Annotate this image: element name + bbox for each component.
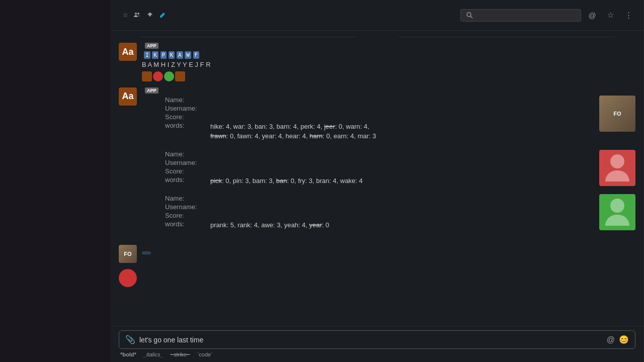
left-sidebar	[0, 0, 111, 362]
svg-line-3	[470, 16, 472, 18]
add-topic-link[interactable]	[159, 12, 168, 18]
message-3: FO	[119, 243, 635, 265]
message-1: Aa APP I K P K A W F	[119, 41, 635, 83]
format-bar: *bold* _italics_ ~strike~ `code`	[119, 349, 635, 358]
msg-text-1: I K P K A W F	[142, 50, 635, 60]
reply-avatar-2	[153, 71, 163, 81]
svg-point-1	[137, 13, 139, 15]
score-info-femi: Name: Username: Score: words: hike: 4, w…	[165, 96, 591, 142]
reply-avatar-4	[175, 71, 185, 81]
reply-avatar-3	[164, 71, 174, 81]
search-box[interactable]	[460, 9, 581, 22]
score-card-azemoh: Name: Username: Score: words: pick: 0, p…	[165, 150, 635, 187]
score-card-femi: Name: Username: Score: words: hike: 4, w…	[165, 96, 635, 142]
search-input[interactable]	[476, 12, 576, 19]
app-badge-2: APP	[145, 87, 158, 94]
msg-content-2: APP Name: Username: Score: wor	[142, 87, 635, 239]
avatar-femi: FO	[119, 245, 137, 263]
pinned-count	[147, 12, 154, 18]
channel-star-icon[interactable]: ☆	[123, 12, 128, 19]
at-icon[interactable]: @	[585, 8, 599, 22]
msg-content-3	[142, 245, 635, 263]
reply-avatar-1	[142, 71, 152, 81]
avatar-slackwords-2: Aa	[119, 87, 137, 106]
top-bar-icons: @ ☆ ⋮	[585, 8, 635, 22]
member-count	[133, 12, 142, 19]
italic-btn[interactable]: _italics_	[142, 351, 165, 358]
strike-btn[interactable]: ~strike~	[169, 351, 192, 358]
msg-header-1: APP	[142, 43, 635, 49]
score-card-tejiri: Name: Username: Score: words: prank: 5, …	[165, 194, 635, 231]
tejiri-avatar	[599, 194, 635, 230]
search-icon	[466, 12, 473, 19]
emoji-icon[interactable]: 😊	[619, 335, 629, 344]
msg-content-4	[142, 269, 635, 287]
channel-meta: ☆	[123, 12, 168, 19]
date-divider	[119, 33, 635, 41]
bold-btn[interactable]: *bold*	[119, 351, 138, 358]
message-2: Aa APP Name: Username:	[119, 85, 635, 241]
main-area: ☆ @ ☆	[111, 0, 644, 362]
attachment-icon[interactable]: 📎	[125, 335, 135, 344]
replies-bar[interactable]	[142, 71, 635, 81]
more-icon[interactable]: ⋮	[621, 8, 635, 22]
preformatted-btn[interactable]	[218, 354, 221, 355]
code-btn[interactable]: `code`	[196, 351, 214, 358]
msg-content-1: APP I K P K A W F B	[142, 43, 635, 81]
svg-point-2	[467, 13, 471, 17]
msg-header-2: APP	[142, 87, 635, 94]
top-bar: ☆ @ ☆	[111, 0, 643, 31]
app-badge-1: APP	[145, 43, 158, 49]
score-cards: Name: Username: Score: words: hike: 4, w…	[165, 96, 635, 231]
star-icon[interactable]: ☆	[603, 8, 617, 22]
message-input[interactable]	[139, 336, 603, 344]
score-info-tejiri: Name: Username: Score: words: prank: 5, …	[165, 194, 591, 231]
at-mention-icon[interactable]: @	[607, 335, 615, 344]
avatar-thyk	[119, 269, 137, 287]
azemoh-avatar	[599, 150, 635, 186]
messages-area[interactable]: Aa APP I K P K A W F	[111, 31, 643, 326]
reaction-1[interactable]	[142, 251, 151, 254]
avatar-slackwords: Aa	[119, 43, 137, 61]
reply-avatars	[142, 71, 186, 81]
input-bar: 📎 @ 😊 *bold* _italics_ ~strike~ `code`	[111, 326, 643, 362]
femi-photo: FO	[599, 96, 635, 132]
svg-point-0	[135, 13, 137, 15]
score-info-azemoh: Name: Username: Score: words: pick: 0, p…	[165, 150, 591, 187]
input-container: 📎 @ 😊	[119, 330, 635, 349]
message-4	[119, 267, 635, 289]
reaction-bar	[142, 247, 635, 254]
